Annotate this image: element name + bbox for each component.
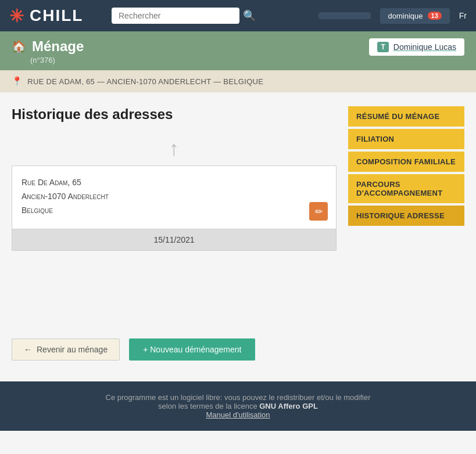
person-initial: T bbox=[377, 42, 388, 52]
sidebar-nav: RÉSUMÉ DU MÉNAGE FILIATION COMPOSITION F… bbox=[348, 106, 464, 311]
notification-badge: 13 bbox=[428, 12, 442, 20]
date-bar: 15/11/2021 bbox=[12, 229, 337, 251]
sidebar-item-historique[interactable]: HISTORIQUE ADRESSE bbox=[348, 206, 464, 226]
footer-license: GNU Affero GPL bbox=[259, 402, 318, 410]
bottom-actions: ← Revenir au ménage + Nouveau déménageme… bbox=[0, 329, 476, 370]
search-icon: 🔍 bbox=[243, 10, 256, 21]
sidebar-item-parcours[interactable]: PARCOURS D'ACCOMPAGNEMENT bbox=[348, 174, 464, 203]
content-area: Historique des adresses ↑ rue de Adam, 6… bbox=[12, 106, 348, 311]
back-label: Revenir au ménage bbox=[37, 345, 108, 354]
main-content: Historique des adresses ↑ rue de Adam, 6… bbox=[0, 92, 476, 325]
notification-label: dominique bbox=[388, 12, 423, 20]
logo-text: CHILL bbox=[30, 6, 83, 25]
address-line-street: rue de Adam, 65 bbox=[22, 178, 327, 187]
sidebar-item-composition[interactable]: COMPOSITION FAMILIALE bbox=[348, 152, 464, 172]
header-extra-button[interactable] bbox=[318, 12, 371, 19]
footer: Ce programme est un logiciel libre: vous… bbox=[0, 381, 476, 431]
content-title: Historique des adresses bbox=[12, 106, 337, 122]
page-title-main: 🏠 Ménage bbox=[12, 38, 84, 55]
person-name: Dominique Lucas bbox=[393, 42, 456, 52]
manual-link[interactable]: Manuel d'utilisation bbox=[206, 410, 270, 419]
page-title-bar: 🏠 Ménage (n°376) T Dominique Lucas bbox=[0, 31, 476, 70]
pin-icon: 📍 bbox=[12, 76, 23, 87]
search-button[interactable]: 🔍 bbox=[243, 9, 256, 22]
edit-icon: ✏ bbox=[315, 206, 323, 217]
page-subtitle: (n°376) bbox=[30, 56, 84, 64]
language-button[interactable]: Fr bbox=[459, 11, 467, 20]
address-bar: 📍 rue de Adam, 65 — ancien-1070 Anderlec… bbox=[0, 70, 476, 92]
person-button[interactable]: T Dominique Lucas bbox=[369, 38, 464, 56]
back-button[interactable]: ← Revenir au ménage bbox=[12, 338, 120, 361]
address-line-city: ancien-1070 Anderlecht bbox=[22, 192, 327, 201]
sidebar-item-resume[interactable]: RÉSUMÉ DU MÉNAGE bbox=[348, 106, 464, 127]
edit-address-button[interactable]: ✏ bbox=[309, 202, 328, 221]
footer-text: Ce programme est un logiciel libre: vous… bbox=[12, 393, 464, 410]
search-input[interactable] bbox=[112, 8, 239, 24]
back-arrow-icon: ← bbox=[24, 345, 32, 354]
logo: ✳ CHILL bbox=[9, 6, 102, 26]
up-arrow-area: ↑ bbox=[12, 136, 337, 161]
home-icon: 🏠 bbox=[12, 39, 26, 53]
address-line-country: Belgique bbox=[22, 206, 327, 215]
address-text: rue de Adam, 65 — ancien-1070 Anderlecht… bbox=[27, 77, 263, 86]
sidebar-item-filiation[interactable]: FILIATION bbox=[348, 129, 464, 149]
header: ✳ CHILL 🔍 dominique 13 Fr bbox=[0, 0, 476, 31]
new-move-label: + Nouveau déménagement bbox=[143, 345, 241, 354]
page-title: Ménage bbox=[32, 38, 84, 55]
notification-button[interactable]: dominique 13 bbox=[380, 8, 450, 24]
logo-snowflake-icon: ✳ bbox=[9, 6, 25, 26]
address-card: rue de Adam, 65 ancien-1070 Anderlecht B… bbox=[12, 165, 337, 229]
new-move-button[interactable]: + Nouveau déménagement bbox=[129, 338, 255, 361]
up-arrow-icon: ↑ bbox=[169, 136, 180, 160]
page-title-left: 🏠 Ménage (n°376) bbox=[12, 38, 84, 64]
search-container: 🔍 bbox=[112, 8, 309, 24]
